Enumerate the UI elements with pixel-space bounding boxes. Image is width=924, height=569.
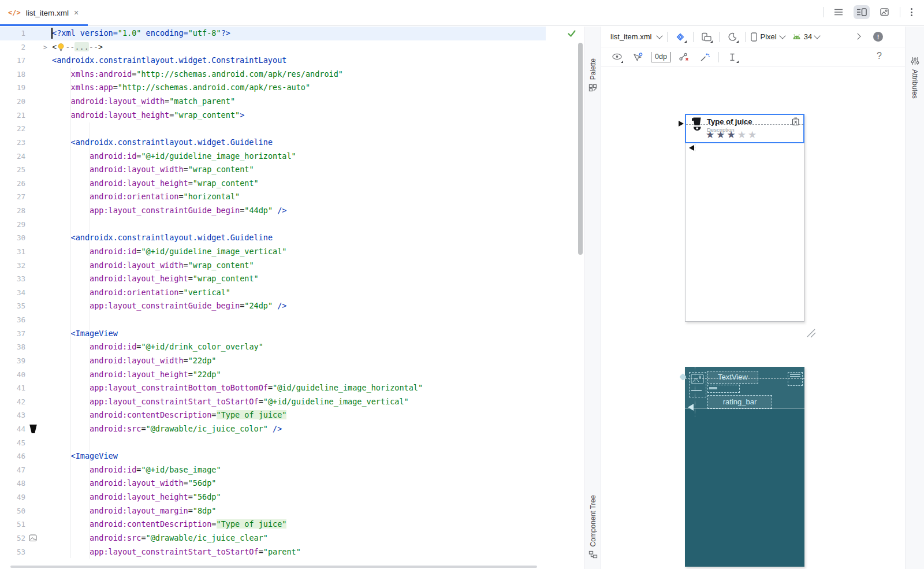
device-selector[interactable]: Pixel xyxy=(751,32,785,42)
blueprint-textview-box[interactable]: TextView xyxy=(707,371,758,384)
code-line-22[interactable]: 22 xyxy=(0,122,546,136)
code-line-24[interactable]: 24 android:id="@+id/guideline_image_hori… xyxy=(0,150,546,163)
code-line-39[interactable]: 39 android:layout_width="22dp" xyxy=(0,354,546,368)
code-line-20[interactable]: 20 android:layout_width="match_parent" xyxy=(0,95,546,109)
code-line-27[interactable]: 27 android:orientation="horizontal" xyxy=(0,190,546,204)
code-line-28[interactable]: 28 app:layout_constraintGuide_begin="44d… xyxy=(0,204,546,218)
editor-horizontal-scrollbar[interactable] xyxy=(10,566,537,568)
code-line-41[interactable]: 41 app:layout_constraintBottom_toBottomO… xyxy=(0,381,546,395)
guideline-handle-right-arrow[interactable] xyxy=(679,121,684,127)
file-selector-dropdown[interactable]: list_item.xml xyxy=(610,32,652,41)
split-view-button[interactable] xyxy=(854,5,870,19)
code-line-38[interactable]: 38 android:id="@+id/drink_color_overlay" xyxy=(0,340,546,354)
palette-tab[interactable]: Palette xyxy=(585,58,601,92)
toolbar-overflow-arrow-icon[interactable] xyxy=(854,33,860,39)
code-line-34[interactable]: 34 android:orientation="vertical" xyxy=(0,286,546,300)
code-line-36[interactable]: 36 xyxy=(0,313,546,327)
attributes-tab[interactable]: Attributes xyxy=(906,57,924,99)
night-mode-button[interactable] xyxy=(725,30,740,44)
star-empty-icon[interactable]: ★ xyxy=(748,129,758,140)
code-line-52[interactable]: 52 android:src="@drawable/ic_juice_clear… xyxy=(0,531,546,545)
code-line-32[interactable]: 32 android:layout_width="wrap_content" xyxy=(0,259,546,273)
blueprint-imageview-box[interactable] xyxy=(689,372,706,397)
code-line-30[interactable]: 30 <androidx.constraintlayout.widget.Gui… xyxy=(0,231,546,245)
gutter-icon-slot xyxy=(28,136,50,150)
code-line-43[interactable]: 43 android:contentDescription="Type of j… xyxy=(0,408,546,422)
code-line-19[interactable]: 19 xmlns:app="http://schemas.android.com… xyxy=(0,81,546,95)
code-line-2[interactable]: 2><--...--> xyxy=(0,40,546,54)
blueprint-ratingbar-box[interactable]: rating_bar xyxy=(707,395,772,409)
line-number: 53 xyxy=(0,545,25,559)
delete-item-icon[interactable] xyxy=(792,117,800,126)
frame-resize-handle[interactable] xyxy=(806,328,816,338)
editor-mode-switcher xyxy=(823,5,916,19)
code-line-23[interactable]: 23 <androidx.constraintlayout.widget.Gui… xyxy=(0,136,546,150)
code-line-31[interactable]: 31 android:id="@+id/guideline_image_vert… xyxy=(0,245,546,259)
default-margins-control[interactable]: 0dp xyxy=(651,52,671,62)
drawable-preview-image-icon[interactable] xyxy=(29,534,37,542)
code-line-21[interactable]: 21 android:layout_height="wrap_content"> xyxy=(0,109,546,122)
gutter-icon-slot xyxy=(28,122,50,136)
issues-panel-badge[interactable]: ! xyxy=(873,32,883,42)
design-view-button[interactable] xyxy=(877,5,893,19)
rating-bar[interactable]: ★★★★★ xyxy=(706,129,758,140)
blueprint-guideline-arrow[interactable] xyxy=(688,404,694,411)
line-number: 2 xyxy=(0,40,25,54)
code-line-48[interactable]: 48 android:layout_width="56dp" xyxy=(0,477,546,490)
blueprint-description-box[interactable] xyxy=(707,385,740,393)
code-line-47[interactable]: 47 android:id="@+id/base_image" xyxy=(0,463,546,477)
list-item-component-selected[interactable]: Type of juice Description ★★★★★ xyxy=(685,114,804,143)
orientation-button[interactable] xyxy=(699,30,714,44)
fold-arrow-icon[interactable]: > xyxy=(43,41,47,55)
code-line-44[interactable]: 44 android:src="@drawable/ic_juice_color… xyxy=(0,422,546,436)
code-line-37[interactable]: 37 <ImageView xyxy=(0,327,546,341)
design-surface-selector-button[interactable] xyxy=(673,30,688,44)
guideline-handle-left-arrow[interactable] xyxy=(689,145,694,151)
blueprint-delete-button-box[interactable] xyxy=(788,372,803,386)
align-pack-button[interactable] xyxy=(725,50,740,64)
code-editor[interactable]: 1<?xml version="1.0" encoding="utf-8"?>2… xyxy=(0,27,584,569)
code-line-33[interactable]: 33 android:layout_height="wrap_content" xyxy=(0,272,546,286)
more-options-kebab-icon[interactable] xyxy=(907,7,916,17)
code-line-18[interactable]: 18 xmlns:android="http://schemas.android… xyxy=(0,68,546,81)
clear-constraints-button[interactable] xyxy=(677,50,692,64)
dropdown-corner xyxy=(736,61,739,63)
api-level-selector[interactable]: 34 xyxy=(792,32,819,41)
code-line-53[interactable]: 53 app:layout_constraintStart_toStartOf=… xyxy=(0,545,546,559)
code-line-25[interactable]: 25 android:layout_width="wrap_content" xyxy=(0,163,546,177)
code-line-51[interactable]: 51 android:contentDescription="Type of j… xyxy=(0,518,546,531)
star-filled-icon[interactable]: ★ xyxy=(716,129,726,140)
code-line-17[interactable]: 17<androidx.constraintlayout.widget.Cons… xyxy=(0,54,546,68)
code-line-29[interactable]: 29 xyxy=(0,218,546,232)
autoconnect-toggle-button[interactable] xyxy=(630,50,645,64)
code-line-1[interactable]: 1<?xml version="1.0" encoding="utf-8"?> xyxy=(0,27,546,40)
code-line-26[interactable]: 26 android:layout_height="wrap_content" xyxy=(0,177,546,191)
code-line-50[interactable]: 50 android:layout_margin="8dp" xyxy=(0,504,546,518)
help-button[interactable]: ? xyxy=(877,51,882,61)
star-empty-icon[interactable]: ★ xyxy=(737,129,748,140)
code-line-42[interactable]: 42 app:layout_constraintStart_toStartOf=… xyxy=(0,395,546,409)
split-view-icon xyxy=(856,8,867,16)
code-line-45[interactable]: 45 xyxy=(0,436,546,450)
blueprint-frame[interactable]: TextView rating_bar xyxy=(685,367,804,567)
code-line-46[interactable]: 46 <ImageView xyxy=(0,449,546,463)
component-tree-tab[interactable]: Component Tree xyxy=(585,495,601,559)
code-view-button[interactable] xyxy=(830,5,847,19)
infer-constraints-button[interactable] xyxy=(698,50,713,64)
chevron-down-icon xyxy=(779,32,785,39)
star-filled-icon[interactable]: ★ xyxy=(727,129,737,140)
drawable-preview-juice-cup-icon[interactable] xyxy=(29,425,38,433)
design-canvas[interactable]: Type of juice Description ★★★★★ xyxy=(601,67,905,569)
editor-vertical-scrollbar[interactable] xyxy=(578,43,583,255)
star-filled-icon[interactable]: ★ xyxy=(706,129,716,140)
code-line-35[interactable]: 35 app:layout_constraintGuide_begin="24d… xyxy=(0,299,546,313)
inspection-status-check-icon[interactable] xyxy=(567,29,576,40)
view-options-button[interactable] xyxy=(609,50,624,64)
code-line-49[interactable]: 49 android:layout_height="56dp" xyxy=(0,490,546,504)
design-preview-frame[interactable]: Type of juice Description ★★★★★ xyxy=(685,114,804,322)
tab-close-icon[interactable]: × xyxy=(74,9,79,17)
gutter-icon-slot xyxy=(28,27,50,40)
tab-list-item-xml[interactable]: </> list_item.xml × xyxy=(0,0,87,25)
gutter-icon-slot xyxy=(28,190,50,204)
code-line-40[interactable]: 40 android:layout_height="22dp" xyxy=(0,368,546,382)
